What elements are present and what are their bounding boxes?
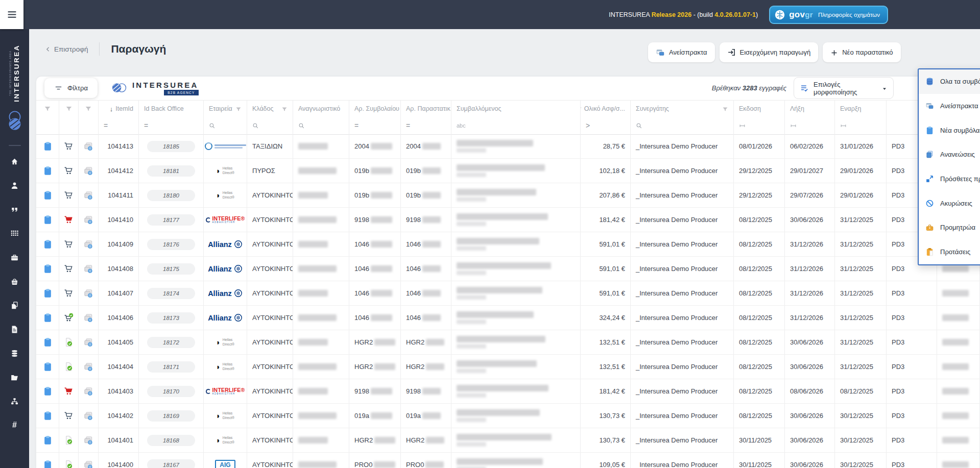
column-header-doc[interactable]: Αρ. Παραστατικ... bbox=[401, 101, 451, 117]
menu-item-windows[interactable]: Ανείσπρακτα bbox=[919, 94, 980, 118]
clipboard-icon[interactable] bbox=[43, 411, 53, 421]
printer-globe-icon[interactable] bbox=[83, 239, 93, 250]
doc-check-icon[interactable] bbox=[64, 460, 74, 468]
sidebar-item-hashtag[interactable]: # bbox=[10, 421, 19, 430]
clipboard-icon[interactable] bbox=[43, 337, 53, 347]
printer-globe-icon[interactable] bbox=[83, 288, 93, 299]
sidebar-item-database[interactable] bbox=[10, 349, 19, 358]
column-filter-anagn[interactable] bbox=[293, 116, 349, 134]
cell-print[interactable] bbox=[79, 355, 99, 379]
printer-globe-icon[interactable] bbox=[83, 215, 93, 225]
cell-print[interactable] bbox=[79, 306, 99, 330]
menu-item-cancel[interactable]: Ακυρώσεις bbox=[919, 191, 980, 215]
cell-status[interactable] bbox=[59, 183, 79, 207]
cell-clip[interactable] bbox=[36, 208, 59, 232]
clipboard-icon[interactable] bbox=[43, 215, 53, 225]
column-filter-amount[interactable]: > bbox=[581, 116, 631, 134]
column-header-status[interactable] bbox=[59, 101, 79, 117]
cell-print[interactable] bbox=[79, 134, 99, 158]
sidebar-item-basket[interactable] bbox=[10, 277, 19, 286]
back-link[interactable]: Επιστροφή bbox=[45, 45, 88, 53]
column-header-clip[interactable] bbox=[36, 101, 59, 117]
clipboard-icon[interactable] bbox=[43, 166, 53, 176]
clipboard-icon[interactable] bbox=[43, 386, 53, 396]
cell-clip[interactable] bbox=[36, 355, 59, 379]
clipboard-icon[interactable] bbox=[43, 313, 53, 323]
cart-red-icon[interactable] bbox=[64, 386, 74, 396]
printer-globe-icon[interactable] bbox=[83, 190, 93, 201]
printer-globe-icon[interactable] bbox=[83, 264, 93, 274]
format-options-dropdown[interactable]: Επιλογές μορφοποίησης bbox=[794, 77, 894, 99]
column-filter-issued[interactable] bbox=[734, 116, 785, 134]
column-filter-klados[interactable] bbox=[247, 116, 293, 134]
cell-print[interactable] bbox=[79, 379, 99, 403]
cell-status[interactable] bbox=[59, 281, 79, 305]
cell-clip[interactable] bbox=[36, 379, 59, 403]
menu-item-expand[interactable]: Πρόσθετες πράξεις bbox=[919, 167, 980, 191]
cart-red-icon[interactable] bbox=[64, 215, 74, 225]
cell-clip[interactable] bbox=[36, 134, 59, 158]
cell-clip[interactable] bbox=[36, 183, 59, 207]
menu-item-clipboard-orange[interactable]: Προτάσεις bbox=[919, 240, 980, 264]
cart-icon[interactable] bbox=[64, 288, 74, 298]
cell-clip[interactable] bbox=[36, 257, 59, 281]
cell-print[interactable] bbox=[79, 183, 99, 207]
cell-status[interactable] bbox=[59, 355, 79, 379]
menu-item-briefcase-orange[interactable]: Προμητρώα bbox=[919, 215, 980, 240]
sidebar-item-pages[interactable] bbox=[10, 301, 19, 310]
cell-print[interactable] bbox=[79, 281, 99, 305]
cell-status[interactable] bbox=[59, 428, 79, 452]
cell-print[interactable] bbox=[79, 159, 99, 183]
column-header-issued[interactable]: Εκδοση bbox=[734, 101, 785, 117]
cart-icon[interactable] bbox=[64, 141, 74, 151]
cell-clip[interactable] bbox=[36, 428, 59, 452]
clipboard-icon[interactable] bbox=[43, 288, 53, 298]
cell-print[interactable] bbox=[79, 404, 99, 428]
printer-globe-icon[interactable] bbox=[83, 411, 93, 421]
cart-icon[interactable] bbox=[64, 411, 74, 421]
printer-globe-icon[interactable] bbox=[83, 460, 93, 468]
printer-globe-icon[interactable] bbox=[83, 337, 93, 348]
doc-check-icon[interactable] bbox=[64, 435, 74, 445]
printer-globe-icon[interactable] bbox=[83, 313, 93, 323]
cell-print[interactable] bbox=[79, 330, 99, 354]
cell-clip[interactable] bbox=[36, 281, 59, 305]
printer-globe-icon[interactable] bbox=[83, 141, 93, 152]
printer-globe-icon[interactable] bbox=[83, 386, 93, 397]
column-header-amount[interactable]: Ολικό Ασφ/σ... bbox=[581, 101, 631, 117]
column-header-company[interactable]: Εταιρεία bbox=[204, 101, 247, 117]
cell-status[interactable] bbox=[59, 257, 79, 281]
sidebar-item-user[interactable] bbox=[10, 181, 19, 190]
incoming-production-button[interactable]: Εισερχόμενη παραγωγή bbox=[720, 42, 819, 62]
column-header-starts[interactable]: Εναρξη bbox=[835, 101, 887, 117]
menu-item-db[interactable]: Ολα τα συμβόλαια bbox=[919, 69, 980, 94]
cart-icon[interactable] bbox=[64, 190, 74, 200]
cell-clip[interactable] bbox=[36, 453, 59, 468]
column-header-klados[interactable]: Κλάδος bbox=[247, 101, 293, 117]
column-filter-expires[interactable] bbox=[785, 116, 835, 134]
cart-icon[interactable] bbox=[64, 264, 74, 274]
cart-icon[interactable] bbox=[64, 239, 74, 249]
cell-status[interactable] bbox=[59, 208, 79, 232]
new-document-button[interactable]: Νέο παραστατικό bbox=[823, 42, 900, 62]
clipboard-icon[interactable] bbox=[43, 435, 53, 445]
cell-clip[interactable] bbox=[36, 404, 59, 428]
uncollected-button[interactable]: Ανείσπρακτα bbox=[648, 42, 715, 62]
sidebar-item-hierarchy[interactable] bbox=[10, 397, 19, 406]
column-filter-client[interactable]: abc bbox=[451, 116, 581, 134]
menu-item-copy[interactable]: Ανανεώσεις bbox=[919, 142, 980, 167]
column-filter-company[interactable] bbox=[204, 116, 247, 134]
column-header-client[interactable]: Συμβαλλόμενος bbox=[451, 101, 581, 117]
column-filter-doc[interactable]: = bbox=[401, 116, 451, 134]
column-header-expires[interactable]: Λήξη bbox=[785, 101, 835, 117]
cell-status[interactable] bbox=[59, 159, 79, 183]
cell-print[interactable] bbox=[79, 232, 99, 256]
filters-button[interactable]: Φίλτρα bbox=[44, 78, 98, 98]
column-header-print[interactable] bbox=[79, 101, 99, 117]
doc-check-icon[interactable] bbox=[64, 337, 74, 347]
cell-print[interactable] bbox=[79, 257, 99, 281]
cell-print[interactable] bbox=[79, 453, 99, 468]
cell-status[interactable] bbox=[59, 453, 79, 468]
column-header-producer[interactable]: Συνεργάτης bbox=[631, 101, 734, 117]
sidebar-item-briefcase[interactable] bbox=[10, 253, 19, 262]
